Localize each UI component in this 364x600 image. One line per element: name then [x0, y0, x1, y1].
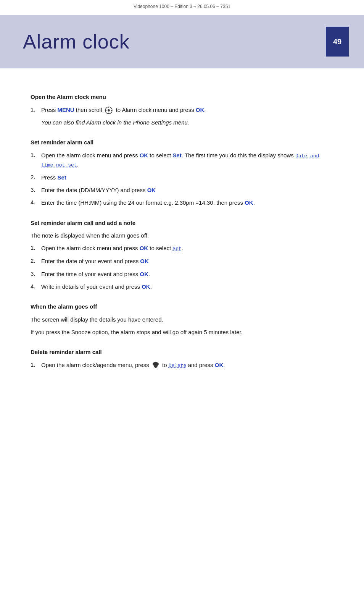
svg-point-1 — [108, 109, 110, 112]
list-item: 2. Press Set — [31, 173, 333, 182]
list-item: 1. Open the alarm clock menu and press O… — [31, 151, 333, 169]
ok-keyword: OK — [140, 271, 148, 277]
display-text: Delete — [169, 363, 187, 369]
heading-open-alarm: Open the Alarm clock menu — [31, 93, 333, 102]
ok-keyword: OK — [196, 107, 205, 113]
ok-keyword: OK — [147, 187, 156, 193]
ok-keyword: OK — [140, 258, 149, 264]
page-title: Alarm clock — [23, 27, 130, 57]
section-delete-reminder: Delete reminder alarm call 1. Open the a… — [31, 348, 333, 370]
step-number: 2. — [31, 257, 41, 265]
filter-scroll-icon — [152, 362, 159, 369]
step-content: Enter the time of your event and press O… — [41, 270, 333, 278]
top-bar: Videophone 1000 – Edition 3 – 26.05.06 –… — [0, 0, 364, 11]
set-keyword: Set — [58, 174, 66, 181]
set-keyword: Set — [172, 152, 181, 158]
section-set-reminder-note: Set reminder alarm call and add a note T… — [31, 219, 333, 291]
nav-scroll-icon — [105, 106, 113, 115]
subtitle: Videophone 1000 – Edition 3 – 26.05.06 –… — [134, 4, 230, 9]
ok-keyword: OK — [140, 152, 148, 158]
list-item: 1. Open the alarm clock menu and press O… — [31, 244, 333, 253]
section-when-alarm: When the alarm goes off The screen will … — [31, 302, 333, 336]
step-content: Press Set — [41, 173, 333, 182]
steps-delete-reminder: 1. Open the alarm clock/agenda menu, pre… — [31, 361, 333, 370]
list-item: 4. Enter the time (HH:MM) using the 24 o… — [31, 198, 333, 207]
ok-keyword: OK — [142, 283, 150, 290]
display-text: Set — [172, 246, 181, 252]
step-number: 1. — [31, 361, 41, 369]
step-number: 4. — [31, 282, 41, 291]
list-item: 2. Enter the date of your event and pres… — [31, 257, 333, 265]
ok-keyword: OK — [140, 245, 148, 251]
heading-delete-reminder: Delete reminder alarm call — [31, 348, 333, 357]
heading-when-alarm: When the alarm goes off — [31, 302, 333, 311]
steps-set-reminder: 1. Open the alarm clock menu and press O… — [31, 151, 333, 207]
section-open-alarm: Open the Alarm clock menu 1. Press MENU … — [31, 93, 333, 127]
section-set-reminder: Set reminder alarm call 1. Open the alar… — [31, 138, 333, 207]
title-section: Alarm clock 49 — [0, 15, 364, 68]
when-alarm-para2: If you press the Snooze option, the alar… — [31, 328, 333, 336]
when-alarm-para1: The screen will display the details you … — [31, 315, 333, 324]
section-intro: The note is displayed when the alarm goe… — [31, 231, 333, 240]
list-item: 3. Enter the time of your event and pres… — [31, 270, 333, 278]
step-number: 3. — [31, 270, 41, 278]
svg-point-10 — [153, 362, 159, 366]
list-item: 4. Write in details of your event and pr… — [31, 282, 333, 291]
main-content: Open the Alarm clock menu 1. Press MENU … — [0, 76, 364, 396]
step-content: Write in details of your event and press… — [41, 282, 333, 291]
ok-keyword: OK — [245, 199, 253, 206]
step-content: Open the alarm clock/agenda menu, press … — [41, 361, 333, 370]
step-number: 4. — [31, 198, 41, 207]
step-content: Enter the date (DD/MM/YYYY) and press OK — [41, 186, 333, 194]
steps-open-alarm: 1. Press MENU then scroll — [31, 105, 333, 115]
step-number: 1. — [31, 105, 41, 114]
step-content: Enter the time (HH:MM) using the 24 our … — [41, 198, 333, 207]
svg-rect-11 — [155, 367, 156, 368]
menu-keyword: MENU — [58, 107, 74, 113]
step-number: 3. — [31, 186, 41, 194]
title-divider — [0, 68, 364, 68]
list-item: 1. Open the alarm clock/agenda menu, pre… — [31, 361, 333, 370]
step-number: 2. — [31, 173, 41, 182]
heading-set-reminder-note: Set reminder alarm call and add a note — [31, 219, 333, 228]
step-content: Enter the date of your event and press O… — [41, 257, 333, 265]
step-number: 1. — [31, 151, 41, 160]
step-content: Open the alarm clock menu and press OK t… — [41, 244, 333, 253]
steps-set-reminder-note: 1. Open the alarm clock menu and press O… — [31, 244, 333, 291]
section-note: You can also find Alarm clock in the Pho… — [41, 118, 333, 127]
list-item: 3. Enter the date (DD/MM/YYYY) and press… — [31, 186, 333, 194]
step-content: Press MENU then scroll to A — [41, 105, 333, 115]
step-number: 1. — [31, 244, 41, 252]
page-number: 49 — [326, 27, 349, 57]
list-item: 1. Press MENU then scroll — [31, 105, 333, 115]
ok-keyword: OK — [215, 362, 224, 368]
step-content: Open the alarm clock menu and press OK t… — [41, 151, 333, 169]
heading-set-reminder: Set reminder alarm call — [31, 138, 333, 147]
